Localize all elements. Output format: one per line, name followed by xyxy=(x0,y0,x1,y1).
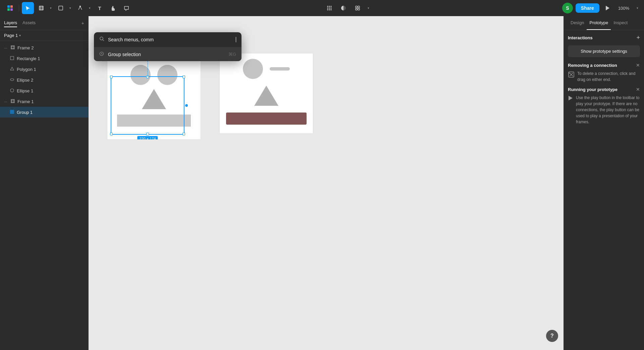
svg-point-18 xyxy=(327,9,328,10)
frame-tool-button[interactable] xyxy=(35,2,47,14)
svg-point-19 xyxy=(331,9,331,10)
handle-tl[interactable] xyxy=(110,76,113,78)
select-tool-button[interactable] xyxy=(22,2,34,14)
page-chevron-icon: ▾ xyxy=(19,34,21,37)
layers-tab[interactable]: Layers xyxy=(4,19,17,27)
interactions-header: Interactions + xyxy=(568,34,640,41)
hand-tool-button[interactable] xyxy=(107,2,119,14)
running-prototype-section: Running your prototype ✕ Use the play bu… xyxy=(568,87,640,125)
handle-br[interactable] xyxy=(182,133,185,135)
svg-rect-22 xyxy=(356,8,357,10)
svg-rect-1 xyxy=(10,5,13,8)
svg-point-15 xyxy=(331,8,331,8)
shape-tool-group: ▾ xyxy=(55,2,73,14)
frame2-container xyxy=(219,53,313,134)
svg-point-33 xyxy=(10,89,14,92)
cursor xyxy=(236,37,236,42)
text-tool-button[interactable]: T xyxy=(94,2,106,14)
removing-connection-close-button[interactable]: ✕ xyxy=(636,62,640,68)
svg-point-12 xyxy=(329,6,330,7)
svg-point-32 xyxy=(10,79,14,81)
handle-tr[interactable] xyxy=(182,76,185,78)
frame2-box[interactable] xyxy=(219,53,313,134)
connection-dot[interactable] xyxy=(184,103,189,107)
stack-chevron-button[interactable]: ▾ xyxy=(366,2,371,14)
avatar-button[interactable]: S xyxy=(562,3,573,13)
toolbar-center: ▾ xyxy=(135,2,559,14)
triangle-shape xyxy=(142,89,166,109)
pill-shape xyxy=(270,67,290,71)
svg-rect-21 xyxy=(358,6,360,8)
search-popup: Group selection ⌘G xyxy=(94,32,241,61)
comment-tool-button[interactable] xyxy=(120,2,132,14)
assets-tab[interactable]: Assets xyxy=(22,19,36,27)
design-tab[interactable]: Design xyxy=(568,16,587,30)
circle-shape-1 xyxy=(130,65,151,85)
toolbar-divider1 xyxy=(19,5,19,11)
show-prototype-settings-button[interactable]: Show prototype settings xyxy=(568,45,640,57)
running-prototype-text: Use the play button in the toolbar to pl… xyxy=(576,95,640,125)
svg-rect-39 xyxy=(10,110,12,112)
svg-rect-42 xyxy=(12,112,14,114)
svg-marker-31 xyxy=(10,67,14,70)
add-layer-button[interactable]: + xyxy=(82,20,84,26)
help-button[interactable]: ? xyxy=(546,330,558,342)
share-button[interactable]: Share xyxy=(576,3,599,13)
shape-tool-chevron[interactable]: ▾ xyxy=(67,2,73,14)
svg-rect-20 xyxy=(356,6,357,8)
shape-tool-button[interactable] xyxy=(55,2,67,14)
size-badge: 220 × 174 xyxy=(137,136,158,140)
running-prototype-close-button[interactable]: ✕ xyxy=(636,87,640,92)
frame2-shapes-row xyxy=(237,53,295,82)
search-result-group-selection[interactable]: Group selection ⌘G xyxy=(94,47,241,61)
canvas[interactable]: Frame 1 Flow 1 ▶ xyxy=(89,16,564,350)
inspect-tab[interactable]: Inspect xyxy=(611,16,630,30)
svg-rect-9 xyxy=(59,6,63,10)
frame-tool-group: ▾ xyxy=(35,2,53,14)
pink-overlay xyxy=(226,113,307,125)
svg-point-48 xyxy=(100,37,103,40)
layer-label: Ellipse 1 xyxy=(17,88,33,93)
add-interaction-button[interactable]: + xyxy=(636,34,640,41)
prototype-tab[interactable]: Prototype xyxy=(587,16,611,30)
polygon-icon xyxy=(9,67,15,72)
layer-item-group1[interactable]: Group 1 xyxy=(0,107,88,118)
layer-item-frame1[interactable]: — Frame 1 xyxy=(0,96,88,107)
right-panel-content: Interactions + Show prototype settings R… xyxy=(564,30,644,350)
page-selector[interactable]: Page 1 ▾ xyxy=(0,30,88,41)
running-prototype-header: Running your prototype ✕ xyxy=(568,87,640,92)
theme-icon-button[interactable] xyxy=(337,2,350,14)
handle-bm[interactable] xyxy=(146,133,149,135)
search-input-row xyxy=(94,32,241,47)
handle-bl[interactable] xyxy=(110,133,113,135)
pen-tool-button[interactable] xyxy=(74,2,86,14)
search-input[interactable] xyxy=(108,37,232,42)
zoom-level-button[interactable]: 100% xyxy=(615,4,632,12)
frame1-container: Frame 1 Flow 1 ▶ xyxy=(107,53,201,140)
layer-item-poly1[interactable]: Polygon 1 xyxy=(0,64,88,75)
zoom-chevron-button[interactable]: ▾ xyxy=(635,2,640,14)
pen-tool-group: ▾ xyxy=(74,2,92,14)
play-prototype-button[interactable] xyxy=(602,3,613,13)
collapse-icon: — xyxy=(4,46,7,50)
frame1-box[interactable]: 220 × 174 xyxy=(107,59,201,140)
layer-item-ellipse1[interactable]: Ellipse 1 xyxy=(0,85,88,96)
workspace-menu-button[interactable] xyxy=(4,2,16,14)
layer-item-rect1[interactable]: Rectangle 1 xyxy=(0,53,88,64)
svg-rect-41 xyxy=(10,112,12,114)
frame-tool-chevron[interactable]: ▾ xyxy=(48,2,53,14)
toolbar-right: S Share 100% ▾ xyxy=(562,2,640,14)
layer-item-frame2[interactable]: — Frame 2 xyxy=(0,42,88,53)
group-selection-shortcut: ⌘G xyxy=(228,52,236,57)
layer-item-ellipse2[interactable]: Ellipse 2 xyxy=(0,75,88,85)
removing-connection-text: To delete a connection, click and drag o… xyxy=(577,71,640,83)
grid-icon-button[interactable] xyxy=(323,2,335,14)
running-prototype-title: Running your prototype xyxy=(568,87,618,92)
circle-icon xyxy=(9,88,15,93)
pen-tool-chevron[interactable]: ▾ xyxy=(87,2,92,14)
layer-label: Rectangle 1 xyxy=(17,56,40,61)
stack-icon-button[interactable] xyxy=(352,2,364,14)
svg-rect-4 xyxy=(39,6,43,10)
layer-label: Frame 1 xyxy=(17,99,34,104)
rect-bar xyxy=(117,115,191,127)
